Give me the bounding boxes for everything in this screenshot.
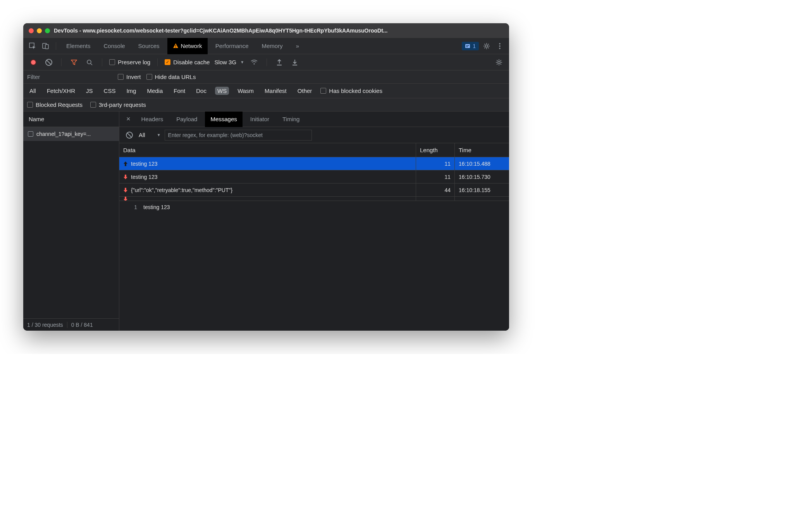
- dtab-timing[interactable]: Timing: [277, 112, 305, 127]
- type-ws[interactable]: WS: [215, 87, 229, 95]
- svg-rect-5: [465, 44, 470, 48]
- svg-point-9: [499, 43, 500, 44]
- message-row[interactable]: {"url":"ok","retryable":true,"method":"P…: [119, 184, 509, 197]
- divider: [267, 58, 267, 66]
- tab-network[interactable]: Network: [167, 38, 208, 54]
- type-js[interactable]: JS: [84, 87, 95, 95]
- type-other[interactable]: Other: [295, 87, 315, 95]
- type-wasm[interactable]: Wasm: [235, 87, 256, 95]
- devtools-window: DevTools - www.piesocket.com/websocket-t…: [23, 23, 509, 331]
- download-har-icon[interactable]: [289, 57, 300, 68]
- disable-cache-checkbox[interactable]: ✓ Disable cache: [165, 59, 210, 65]
- maximize-window-button[interactable]: [45, 28, 50, 33]
- col-time[interactable]: Time: [455, 143, 509, 157]
- type-fetchxhr[interactable]: Fetch/XHR: [45, 87, 77, 95]
- divider: [61, 58, 62, 66]
- request-item[interactable]: channel_1?api_key=...: [23, 127, 119, 141]
- tab-console[interactable]: Console: [98, 38, 131, 54]
- search-icon[interactable]: [84, 57, 95, 68]
- settings-icon[interactable]: [481, 41, 492, 51]
- svg-point-17: [498, 61, 500, 63]
- clear-button[interactable]: [43, 57, 54, 68]
- warning-icon: [173, 43, 179, 49]
- detail-pane: × Headers Payload Messages Initiator Tim…: [119, 112, 509, 331]
- hide-data-urls-checkbox[interactable]: Hide data URLs: [146, 74, 196, 80]
- invert-checkbox[interactable]: Invert: [118, 74, 141, 80]
- chevron-down-icon: ▼: [157, 133, 161, 137]
- throttle-select[interactable]: Slow 3G ▼: [214, 59, 244, 65]
- window-title: DevTools - www.piesocket.com/websocket-t…: [54, 27, 504, 34]
- messages-regex-input[interactable]: [165, 130, 312, 141]
- svg-rect-7: [466, 46, 468, 47]
- has-blocked-cookies-checkbox[interactable]: Has blocked cookies: [320, 88, 382, 94]
- main-area: Name channel_1?api_key=... 1 / 30 reques…: [23, 112, 509, 331]
- svg-line-13: [91, 63, 92, 65]
- close-window-button[interactable]: [29, 28, 34, 33]
- type-doc[interactable]: Doc: [194, 87, 209, 95]
- more-icon[interactable]: [494, 41, 505, 51]
- line-number: 1: [119, 201, 141, 331]
- wifi-icon[interactable]: [249, 57, 260, 68]
- network-toolbar: Preserve log ✓ Disable cache Slow 3G ▼: [23, 54, 509, 70]
- message-content-view: 1 testing 123: [119, 201, 509, 331]
- status-transfer: 0 B / 841: [71, 322, 93, 328]
- tab-performance[interactable]: Performance: [210, 38, 254, 54]
- issues-icon: [465, 43, 470, 49]
- arrow-up-icon: [123, 161, 128, 166]
- type-all[interactable]: All: [27, 87, 38, 95]
- dtab-payload[interactable]: Payload: [171, 112, 203, 127]
- dtab-initiator[interactable]: Initiator: [245, 112, 275, 127]
- type-media[interactable]: Media: [145, 87, 165, 95]
- message-row[interactable]: testing 123 11 16:10:15.488: [119, 157, 509, 170]
- messages-type-select[interactable]: All ▼: [139, 132, 161, 138]
- filter-toggle-icon[interactable]: [69, 57, 79, 68]
- svg-rect-6: [466, 45, 469, 46]
- type-font[interactable]: Font: [171, 87, 188, 95]
- message-row[interactable]: testing 123 11 16:10:15.730: [119, 170, 509, 184]
- inspect-element-icon[interactable]: [27, 41, 38, 51]
- tab-memory[interactable]: Memory: [256, 38, 288, 54]
- record-button[interactable]: [28, 57, 39, 68]
- device-toggle-icon[interactable]: [40, 41, 51, 51]
- dtab-messages[interactable]: Messages: [205, 112, 242, 127]
- divider: [157, 58, 158, 66]
- col-data[interactable]: Data: [119, 143, 416, 157]
- messages-table: Data Length Time testing 123 11 16:10:15…: [119, 143, 509, 201]
- svg-rect-3: [175, 45, 176, 46]
- filter-input[interactable]: [27, 74, 112, 80]
- resource-types: All Fetch/XHR JS CSS Img Media Font Doc …: [23, 84, 509, 98]
- clear-messages-button[interactable]: [124, 130, 135, 141]
- detail-tabs: × Headers Payload Messages Initiator Tim…: [119, 112, 509, 127]
- network-settings-icon[interactable]: [494, 57, 504, 68]
- upload-har-icon[interactable]: [274, 57, 285, 68]
- issues-badge[interactable]: 1: [462, 42, 479, 50]
- tab-elements[interactable]: Elements: [61, 38, 96, 54]
- divider: [56, 42, 56, 50]
- dtab-headers[interactable]: Headers: [136, 112, 169, 127]
- blocked-requests-checkbox[interactable]: Blocked Requests: [27, 101, 83, 108]
- tabs-overflow[interactable]: »: [291, 38, 305, 54]
- type-manifest[interactable]: Manifest: [262, 87, 289, 95]
- main-tabs: Elements Console Sources Network Perform…: [23, 38, 509, 54]
- divider: [102, 58, 102, 66]
- arrow-down-icon: [123, 197, 128, 201]
- svg-rect-4: [175, 47, 176, 48]
- extra-filters: Blocked Requests 3rd-party requests: [23, 98, 509, 112]
- preserve-log-checkbox[interactable]: Preserve log: [109, 59, 150, 65]
- tab-sources[interactable]: Sources: [133, 38, 165, 54]
- chevron-down-icon: ▼: [240, 60, 244, 64]
- close-detail-button[interactable]: ×: [123, 115, 134, 123]
- status-requests: 1 / 30 requests: [27, 322, 63, 328]
- svg-point-8: [485, 45, 488, 47]
- type-img[interactable]: Img: [124, 87, 138, 95]
- minimize-window-button[interactable]: [37, 28, 42, 33]
- request-list: channel_1?api_key=...: [23, 127, 119, 318]
- col-length[interactable]: Length: [416, 143, 455, 157]
- message-row-partial[interactable]: [119, 197, 509, 201]
- type-css[interactable]: CSS: [102, 87, 118, 95]
- svg-point-14: [254, 63, 255, 64]
- message-content-text: testing 123: [141, 201, 170, 331]
- status-bar: 1 / 30 requests 0 B / 841: [23, 318, 119, 331]
- third-party-checkbox[interactable]: 3rd-party requests: [90, 101, 146, 108]
- traffic-lights: [29, 28, 50, 33]
